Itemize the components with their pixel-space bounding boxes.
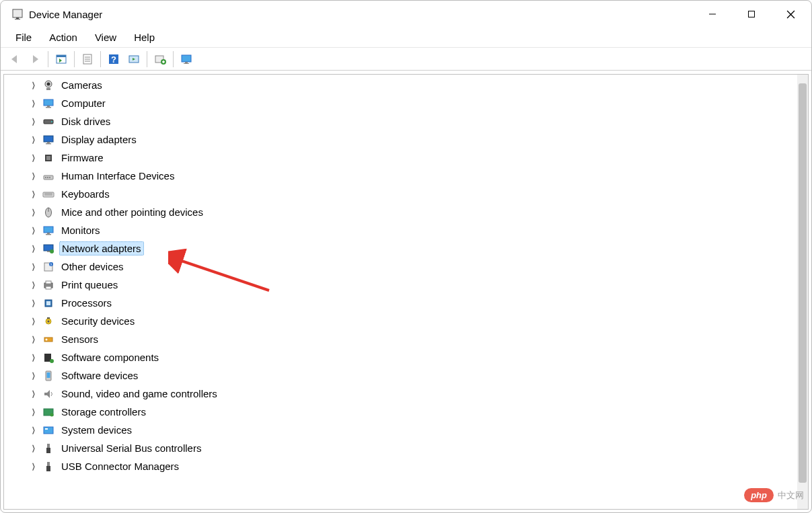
tree-item-universal-serial-bus-controllers[interactable]: ❯Universal Serial Bus controllers [4,439,797,457]
chevron-right-icon[interactable]: ❯ [31,99,36,108]
chevron-right-icon[interactable]: ❯ [31,262,36,271]
tree-item-software-components[interactable]: ❯Software components [4,348,797,366]
chevron-right-icon[interactable]: ❯ [31,280,36,289]
svg-rect-29 [47,106,50,107]
menu-help[interactable]: Help [126,29,163,46]
chevron-right-icon[interactable]: ❯ [31,353,36,362]
svg-point-26 [47,82,50,85]
firmware-icon [42,151,55,165]
chevron-right-icon[interactable]: ❯ [31,371,36,380]
svg-rect-39 [45,177,46,178]
monitor-button[interactable] [176,50,196,69]
menu-view[interactable]: View [87,29,124,46]
help-button[interactable]: ? [104,50,124,69]
tree-item-usb-connector-managers[interactable]: ❯USB Connector Managers [4,457,797,475]
svg-text:?: ? [50,262,52,266]
tree-item-print-queues[interactable]: ❯Print queues [4,276,797,294]
scan-hardware-button[interactable] [124,50,144,69]
svg-rect-74 [45,428,48,430]
tree-item-sound-video-and-game-controllers[interactable]: ❯Sound, video and game controllers [4,385,797,403]
svg-rect-47 [44,227,53,233]
tree-item-monitors[interactable]: ❯Monitors [4,221,797,239]
tree-item-cameras[interactable]: ❯Cameras [4,76,797,94]
tree-item-computer[interactable]: ❯Computer [4,94,797,112]
tree-item-storage-controllers[interactable]: ❯Storage controllers [4,403,797,421]
svg-rect-48 [47,233,50,234]
toolbar: ? [1,48,811,71]
window-title: Device Manager [29,9,102,20]
svg-rect-35 [46,143,51,145]
tree-item-keyboards[interactable]: ❯Keyboards [4,185,797,203]
chevron-right-icon[interactable]: ❯ [31,81,36,89]
add-driver-icon [153,52,167,66]
properties-icon [81,52,94,66]
chevron-right-icon[interactable]: ❯ [31,208,36,216]
software-comp-icon [42,351,55,364]
chevron-right-icon[interactable]: ❯ [31,171,36,180]
titlebar: Device Manager [1,1,811,28]
chevron-right-icon[interactable]: ❯ [31,153,36,162]
tree-item-network-adapters[interactable]: ❯Network adapters [4,239,797,258]
chevron-right-icon[interactable]: ❯ [31,389,36,398]
show-hidden-button[interactable] [51,50,71,69]
menu-action[interactable]: Action [41,29,85,46]
svg-rect-0 [13,9,22,17]
chevron-right-icon[interactable]: ❯ [31,407,36,416]
tree-item-human-interface-devices[interactable]: ❯Human Interface Devices [4,167,797,185]
add-driver-button[interactable] [150,50,170,69]
close-button[interactable] [771,1,810,28]
tree-item-label: Software components [59,351,161,364]
tree-item-system-devices[interactable]: ❯System devices [4,421,797,439]
other-icon: ? [42,260,55,274]
chevron-right-icon[interactable]: ❯ [31,226,36,235]
sensor-icon [42,333,55,346]
tree-item-label: Universal Serial Bus controllers [59,442,203,455]
usb-conn-icon [42,460,55,473]
chevron-right-icon[interactable]: ❯ [31,117,36,126]
chevron-right-icon[interactable]: ❯ [31,317,36,325]
minimize-button[interactable] [693,1,732,28]
tree-item-label: Keyboards [59,188,112,200]
watermark-bubble: php [744,488,774,502]
chevron-right-icon[interactable]: ❯ [31,190,36,198]
tree-item-disk-drives[interactable]: ❯Disk drives [4,112,797,130]
monitor-icon [42,224,55,237]
watermark-text: 中文网 [778,489,804,502]
svg-rect-23 [185,62,188,63]
chevron-right-icon[interactable]: ❯ [31,444,36,452]
menu-file[interactable]: File [7,29,40,46]
vertical-scrollbar[interactable] [797,75,808,509]
sound-icon [42,387,55,401]
tree-item-mice-and-other-pointing-devices[interactable]: ❯Mice and other pointing devices [4,203,797,221]
tree-item-display-adapters[interactable]: ❯Display adapters [4,130,797,149]
computer-icon [42,97,55,110]
chevron-right-icon[interactable]: ❯ [31,462,36,471]
maximize-button[interactable] [732,1,771,28]
tree-item-label: Software devices [59,369,140,382]
chevron-right-icon[interactable]: ❯ [31,426,36,434]
properties-button[interactable] [77,50,98,69]
tree-item-firmware[interactable]: ❯Firmware [4,149,797,167]
usb-icon [42,442,55,455]
tree-item-security-devices[interactable]: ❯Security devices [4,312,797,330]
chevron-right-icon[interactable]: ❯ [31,335,36,344]
tree-item-label: Human Interface Devices [59,169,176,182]
chevron-right-icon[interactable]: ❯ [31,135,36,144]
chevron-right-icon[interactable]: ❯ [31,299,36,307]
svg-rect-40 [47,177,48,178]
tree-item-other-devices[interactable]: ❯?Other devices [4,258,797,276]
svg-rect-27 [46,88,50,90]
svg-point-67 [50,359,54,363]
tree-item-label: Sensors [59,333,100,346]
scrollbar-thumb[interactable] [799,83,807,483]
device-tree[interactable]: ❯Cameras❯Computer❯Disk drives❯Display ad… [4,75,797,509]
svg-rect-41 [49,177,50,178]
tree-item-label: Monitors [59,224,102,237]
tree-item-processors[interactable]: ❯Processors [4,294,797,312]
chevron-right-icon[interactable]: ❯ [31,244,36,253]
tree-item-software-devices[interactable]: ❯Software devices [4,366,797,385]
svg-rect-76 [46,448,50,453]
keyboard-icon [42,188,55,201]
svg-rect-51 [47,251,50,252]
tree-item-sensors[interactable]: ❯Sensors [4,330,797,348]
